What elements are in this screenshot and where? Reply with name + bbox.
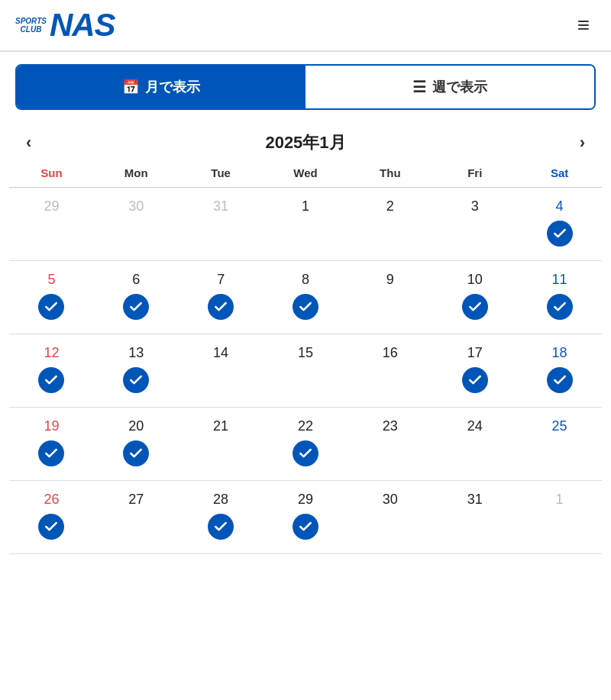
day-number: 19 xyxy=(44,418,59,434)
calendar-day-cell[interactable]: 7 xyxy=(179,269,263,323)
calendar-day-cell[interactable]: 9 xyxy=(348,269,432,323)
prev-month-button[interactable]: ‹ xyxy=(18,130,39,156)
day-number: 20 xyxy=(128,418,144,434)
day-number: 30 xyxy=(383,492,398,508)
calendar-day-cell[interactable]: 11 xyxy=(517,269,602,323)
calendar-day-cell[interactable]: 17 xyxy=(432,342,517,396)
check-icon[interactable] xyxy=(462,367,488,393)
day-number: 18 xyxy=(552,345,567,361)
day-number: 1 xyxy=(556,492,564,508)
day-number: 4 xyxy=(556,198,564,215)
calendar-day-cell[interactable]: 18 xyxy=(517,342,602,396)
calendar-week-4: 19202122232425 xyxy=(9,408,602,481)
calendar-week-2: 567891011 xyxy=(9,261,602,334)
calendar-day-cell[interactable]: 30 xyxy=(94,195,179,250)
calendar-day-cell[interactable]: 29 xyxy=(263,489,348,543)
calendar-day-cell[interactable]: 15 xyxy=(263,342,348,396)
day-header-sun: Sun xyxy=(9,163,94,182)
calendar-week-5: 2627282930311 xyxy=(9,481,602,554)
weekly-view-button[interactable]: ☰ 週で表示 xyxy=(306,66,594,108)
calendar-navigation: ‹ 2025年1月 › xyxy=(0,122,611,163)
calendar-day-cell[interactable]: 26 xyxy=(9,489,94,543)
hamburger-button[interactable]: ≡ xyxy=(571,10,596,40)
next-month-button[interactable]: › xyxy=(572,130,593,156)
calendar-day-cell[interactable]: 5 xyxy=(9,269,94,323)
day-header-wed: Wed xyxy=(263,163,348,182)
check-icon[interactable] xyxy=(38,440,64,466)
calendar-day-cell[interactable]: 23 xyxy=(348,415,432,469)
check-icon[interactable] xyxy=(547,221,573,247)
day-number: 3 xyxy=(471,198,479,215)
day-number: 22 xyxy=(298,418,313,434)
calendar-day-cell[interactable]: 30 xyxy=(348,489,432,543)
logo: SPORTS CLUB NAS xyxy=(15,9,115,41)
day-number: 23 xyxy=(383,418,398,434)
check-icon[interactable] xyxy=(123,440,149,466)
check-icon[interactable] xyxy=(293,514,318,540)
calendar-day-cell[interactable]: 20 xyxy=(94,415,179,469)
calendar-day-cell[interactable]: 3 xyxy=(432,195,517,250)
calendar-day-cell[interactable]: 19 xyxy=(9,415,94,469)
logo-nas: NAS xyxy=(50,9,115,41)
day-header-sat: Sat xyxy=(517,163,602,182)
calendar-day-cell[interactable]: 2 xyxy=(348,195,432,250)
calendar-day-cell[interactable]: 8 xyxy=(263,269,348,323)
day-number: 11 xyxy=(552,272,567,288)
calendar-day-cell[interactable]: 1 xyxy=(517,489,602,543)
day-number: 6 xyxy=(132,272,140,288)
monthly-view-button[interactable]: 📅 月で表示 xyxy=(17,66,306,108)
day-number: 5 xyxy=(47,272,55,288)
day-number: 21 xyxy=(213,418,228,434)
day-number: 16 xyxy=(383,345,398,361)
day-number: 7 xyxy=(217,272,225,288)
calendar-day-cell[interactable]: 4 xyxy=(517,195,602,250)
calendar-day-cell[interactable]: 12 xyxy=(9,342,94,396)
calendar-day-cell[interactable]: 22 xyxy=(263,415,348,469)
check-icon[interactable] xyxy=(123,294,149,320)
check-icon[interactable] xyxy=(462,294,488,320)
check-icon[interactable] xyxy=(38,514,64,540)
day-number: 29 xyxy=(44,198,59,215)
check-icon[interactable] xyxy=(208,514,234,540)
calendar-icon: 📅 xyxy=(122,79,139,95)
day-number: 12 xyxy=(44,345,59,361)
check-icon[interactable] xyxy=(293,294,318,320)
calendar-day-cell[interactable]: 31 xyxy=(179,195,263,250)
day-number: 10 xyxy=(467,272,483,288)
check-icon[interactable] xyxy=(547,294,573,320)
day-header-fri: Fri xyxy=(432,163,517,182)
calendar-day-cell[interactable]: 31 xyxy=(432,489,517,543)
calendar-day-cell[interactable]: 16 xyxy=(348,342,432,396)
day-number: 1 xyxy=(302,198,309,215)
check-icon[interactable] xyxy=(38,367,64,393)
calendar-day-cell[interactable]: 27 xyxy=(94,489,179,543)
calendar-day-cell[interactable]: 25 xyxy=(517,415,602,469)
check-icon[interactable] xyxy=(547,367,573,393)
day-number: 27 xyxy=(128,492,144,508)
check-icon[interactable] xyxy=(208,294,234,320)
day-header-mon: Mon xyxy=(94,163,179,182)
calendar-header-row: SunMonTueWedThuFriSat xyxy=(9,163,602,188)
calendar-title: 2025年1月 xyxy=(265,131,345,154)
day-number: 31 xyxy=(213,198,228,215)
day-number: 13 xyxy=(128,345,144,361)
calendar-day-cell[interactable]: 1 xyxy=(263,195,348,250)
calendar-day-cell[interactable]: 14 xyxy=(179,342,263,396)
calendar-day-cell[interactable]: 24 xyxy=(432,415,517,469)
view-toggle: 📅 月で表示 ☰ 週で表示 xyxy=(15,64,596,110)
calendar-day-cell[interactable]: 13 xyxy=(94,342,179,396)
calendar-day-cell[interactable]: 10 xyxy=(432,269,517,323)
day-number: 31 xyxy=(467,492,483,508)
calendar-day-cell[interactable]: 28 xyxy=(179,489,263,543)
calendar-day-cell[interactable]: 6 xyxy=(94,269,179,323)
calendar-day-cell[interactable]: 21 xyxy=(179,415,263,469)
day-number: 15 xyxy=(298,345,313,361)
day-number: 2 xyxy=(386,198,394,215)
calendar-day-cell[interactable]: 29 xyxy=(9,195,94,250)
check-icon[interactable] xyxy=(38,294,64,320)
logo-sports-club: SPORTS CLUB xyxy=(15,17,47,34)
calendar-week-1: 2930311234 xyxy=(9,188,602,261)
check-icon[interactable] xyxy=(293,440,318,466)
check-icon[interactable] xyxy=(123,367,149,393)
day-number: 8 xyxy=(302,272,309,288)
